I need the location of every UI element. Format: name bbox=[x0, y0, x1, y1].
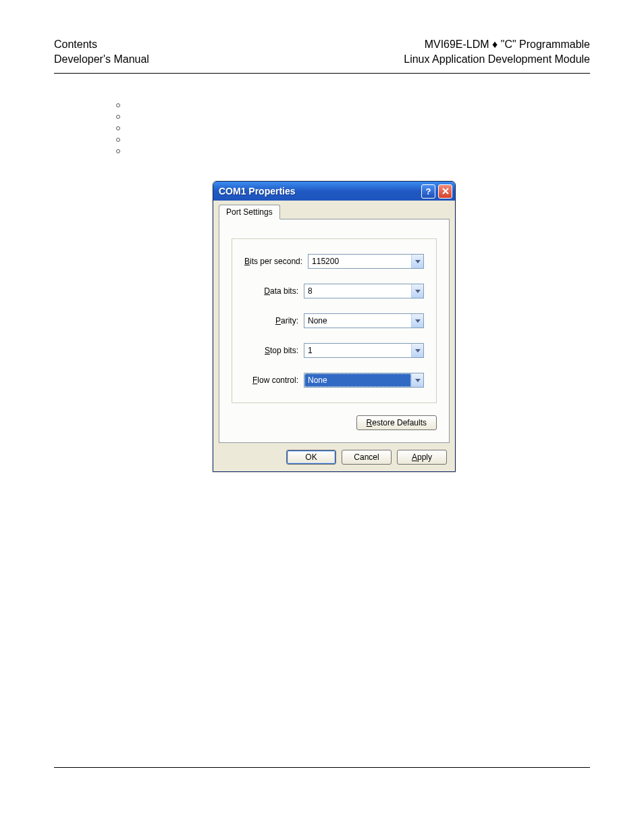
field-data-bits: Data bits: 8 bbox=[244, 284, 424, 298]
label-bits-per-second: Bits per second: bbox=[244, 257, 302, 266]
field-flow-control: Flow control: None bbox=[244, 373, 424, 388]
chevron-down-icon bbox=[411, 284, 423, 298]
bullet-list bbox=[116, 103, 120, 153]
parity-value: None bbox=[304, 314, 411, 328]
cancel-button[interactable]: Cancel bbox=[342, 450, 392, 465]
bullet-icon bbox=[116, 149, 120, 153]
bullet-icon bbox=[116, 138, 120, 142]
settings-group: Bits per second: 115200 Data bits: 8 Par… bbox=[232, 238, 437, 403]
header-left-line2: Developer's Manual bbox=[54, 52, 149, 67]
label-flow-control: Flow control: bbox=[252, 375, 298, 385]
data-bits-select[interactable]: 8 bbox=[304, 284, 424, 298]
dialog-footer: OK Cancel Apply bbox=[219, 443, 450, 465]
tab-panel: Bits per second: 115200 Data bits: 8 Par… bbox=[219, 219, 450, 443]
bullet-icon bbox=[116, 115, 120, 119]
header-left-line1: Contents bbox=[54, 37, 149, 52]
titlebar[interactable]: COM1 Properties ? bbox=[213, 182, 455, 201]
dialog-title: COM1 Properties bbox=[219, 186, 419, 197]
header-rule bbox=[54, 73, 590, 74]
chevron-down-icon bbox=[411, 344, 423, 357]
parity-select[interactable]: None bbox=[304, 313, 424, 328]
flow-control-value: None bbox=[304, 373, 411, 387]
restore-defaults-button[interactable]: Restore Defaults bbox=[356, 415, 437, 430]
header-right-line2: Linux Application Development Module bbox=[404, 52, 590, 67]
close-icon bbox=[442, 188, 449, 194]
chevron-down-icon bbox=[411, 373, 423, 387]
header-right-line1: MVI69E-LDM ♦ "C" Programmable bbox=[404, 37, 590, 52]
footer-rule bbox=[54, 767, 590, 768]
field-bits-per-second: Bits per second: 115200 bbox=[244, 254, 424, 269]
label-data-bits: Data bits: bbox=[264, 286, 298, 296]
help-button[interactable]: ? bbox=[421, 184, 435, 199]
com1-properties-dialog: COM1 Properties ? Port Settings Bits per… bbox=[213, 181, 456, 472]
bits-per-second-value: 115200 bbox=[308, 255, 411, 268]
page-header: Contents Developer's Manual MVI69E-LDM ♦… bbox=[54, 37, 590, 66]
flow-control-select[interactable]: None bbox=[304, 373, 424, 388]
label-stop-bits: Stop bits: bbox=[265, 346, 298, 355]
apply-button[interactable]: Apply bbox=[397, 450, 447, 465]
bullet-icon bbox=[116, 126, 120, 130]
ok-button[interactable]: OK bbox=[286, 450, 336, 465]
bits-per-second-select[interactable]: 115200 bbox=[308, 254, 424, 269]
data-bits-value: 8 bbox=[304, 284, 411, 298]
field-stop-bits: Stop bits: 1 bbox=[244, 343, 424, 358]
label-parity: Parity: bbox=[275, 316, 298, 325]
field-parity: Parity: None bbox=[244, 313, 424, 328]
tab-port-settings[interactable]: Port Settings bbox=[219, 205, 280, 219]
chevron-down-icon bbox=[411, 255, 423, 268]
close-button[interactable] bbox=[438, 184, 452, 199]
stop-bits-select[interactable]: 1 bbox=[304, 343, 424, 358]
bullet-icon bbox=[116, 103, 120, 107]
stop-bits-value: 1 bbox=[304, 344, 411, 357]
chevron-down-icon bbox=[411, 314, 423, 328]
tabstrip: Port Settings bbox=[219, 205, 450, 219]
